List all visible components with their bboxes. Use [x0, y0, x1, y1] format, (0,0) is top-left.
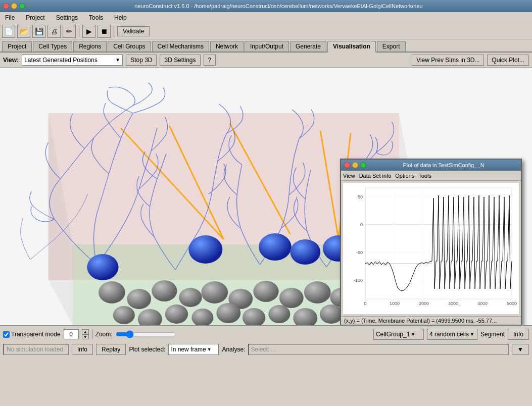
frame-arrow-icon: ▼: [207, 347, 212, 352]
tab-project[interactable]: Project: [2, 41, 32, 52]
menu-settings[interactable]: Settings: [53, 13, 81, 22]
sim-loaded-display: No simulation loaded: [3, 344, 69, 355]
view-prev-sims-button[interactable]: View Prev Sims in 3D...: [412, 55, 484, 66]
tab-input-output[interactable]: Input/Output: [245, 41, 289, 52]
menu-bar: File Project Settings Tools Help: [0, 12, 532, 23]
random-cells-dropdown[interactable]: 4 random cells ▼: [427, 329, 477, 340]
3d-settings-button[interactable]: 3D Settings: [160, 55, 200, 66]
transparent-mode-text: Transparent mode: [11, 331, 61, 338]
tab-network[interactable]: Network: [210, 41, 244, 52]
tab-generate[interactable]: Generate: [290, 41, 326, 52]
plot-selected-label: Plot selected:: [129, 346, 165, 353]
menu-tools[interactable]: Tools: [86, 13, 106, 22]
svg-point-22: [165, 304, 188, 324]
cell-group-arrow-icon: ▼: [411, 332, 415, 337]
toolbar-edit[interactable]: ✏: [63, 25, 76, 38]
toolbar-run[interactable]: ▶: [82, 25, 95, 38]
svg-point-10: [127, 289, 151, 309]
toolbar-new[interactable]: 📄: [2, 25, 15, 38]
toolbar-separator: [79, 25, 79, 37]
transparent-mode-checkbox[interactable]: [3, 331, 10, 338]
value-up-button[interactable]: ▲: [82, 329, 89, 334]
window-title: neuroConstruct v1.6.0 - /home/padraig/ne…: [28, 3, 529, 9]
view-dropdown[interactable]: Latest Generated Positions ▼: [22, 55, 123, 66]
analyse-placeholder: Select: ...: [251, 346, 276, 353]
toolbar-stop[interactable]: ⏹: [98, 25, 111, 38]
plot-menu-options[interactable]: Options: [395, 173, 414, 179]
validate-button[interactable]: Validate: [117, 26, 150, 36]
transparent-mode-label[interactable]: Transparent mode: [3, 331, 61, 338]
bottom-row-1: Transparent mode ▲ ▼ Zoom: CellGroup_1 ▼…: [3, 328, 529, 341]
cell-group-dropdown[interactable]: CellGroup_1 ▼: [373, 329, 424, 340]
plot-menu-dataset[interactable]: Data Set info: [359, 173, 392, 179]
chart-svg: 50 0 -50 -100 0 1000 2000: [343, 183, 519, 314]
plot-menu-bar: View Data Set info Options Tools: [341, 171, 521, 181]
menu-project[interactable]: Project: [23, 13, 47, 22]
tab-export[interactable]: Export: [377, 41, 406, 52]
svg-point-26: [268, 305, 290, 323]
svg-text:-100: -100: [354, 278, 363, 283]
tab-cell-types[interactable]: Cell Types: [33, 41, 72, 52]
svg-point-13: [201, 281, 228, 303]
window-controls[interactable]: [3, 3, 25, 9]
title-bar: neuroConstruct v1.6.0 - /home/padraig/ne…: [0, 0, 532, 12]
plot-minimize-button[interactable]: [352, 162, 358, 168]
svg-text:4000: 4000: [477, 301, 488, 306]
random-cells-arrow-icon: ▼: [470, 332, 474, 337]
svg-text:5000: 5000: [507, 301, 517, 306]
zoom-slider[interactable]: [116, 330, 176, 338]
analyse-select[interactable]: Select: ...: [248, 344, 509, 355]
toolbar-save[interactable]: 💾: [32, 25, 45, 38]
plot-menu-view[interactable]: View: [343, 173, 355, 179]
tab-visualisation[interactable]: Visualisation: [327, 41, 376, 53]
toolbar: 📄 📂 💾 🖨 ✏ ▶ ⏹ Validate: [0, 23, 532, 39]
svg-point-24: [216, 303, 240, 323]
svg-point-17: [304, 281, 331, 303]
svg-text:50: 50: [358, 194, 363, 199]
info-button-row1[interactable]: Info: [508, 329, 529, 340]
analyse-dropdown-btn[interactable]: ▼: [512, 344, 529, 355]
plot-window: Plot of data in TestSimConfig__N View Da…: [340, 159, 522, 325]
toolbar-open[interactable]: 📂: [17, 25, 30, 38]
svg-point-30: [87, 254, 118, 280]
svg-text:3000: 3000: [448, 301, 458, 306]
replay-button[interactable]: Replay: [96, 344, 126, 355]
svg-point-31: [188, 235, 222, 264]
plot-menu-tools[interactable]: Tools: [418, 173, 431, 179]
svg-point-16: [279, 288, 304, 308]
svg-point-9: [99, 281, 125, 303]
bottom-row-2: No simulation loaded Info Replay Plot se…: [3, 343, 529, 356]
svg-text:0: 0: [360, 222, 363, 227]
stop-3d-button[interactable]: Stop 3D: [126, 55, 157, 66]
transparency-value-input[interactable]: [64, 329, 79, 339]
svg-text:1000: 1000: [390, 301, 400, 306]
zoom-label: Zoom:: [95, 331, 113, 338]
svg-point-12: [179, 288, 202, 307]
svg-text:2000: 2000: [419, 301, 429, 306]
quick-plot-button[interactable]: Quick Plot...: [487, 55, 529, 66]
tab-cell-groups[interactable]: Cell Groups: [108, 41, 151, 52]
dropdown-arrow-icon: ▼: [115, 57, 120, 63]
menu-help[interactable]: Help: [111, 13, 130, 22]
plot-maximize-button[interactable]: [360, 162, 366, 168]
cell-group-text: CellGroup_1: [376, 331, 410, 338]
minimize-button[interactable]: [11, 3, 17, 9]
menu-file[interactable]: File: [2, 13, 18, 22]
tab-regions[interactable]: Regions: [73, 41, 107, 52]
maximize-button[interactable]: [19, 3, 25, 9]
frame-option-text: In new frame: [171, 346, 206, 353]
3d-viewport[interactable]: Plot of data in TestSimConfig__N View Da…: [0, 68, 532, 325]
frame-dropdown[interactable]: In new frame ▼: [168, 344, 219, 355]
tab-cell-mechanisms[interactable]: Cell Mechanisms: [152, 41, 209, 52]
svg-text:0: 0: [364, 301, 366, 306]
info-button-row2[interactable]: Info: [72, 344, 93, 355]
plot-area: 50 0 -50 -100 0 1000 2000: [343, 183, 519, 314]
close-button[interactable]: [3, 3, 9, 9]
toolbar-print[interactable]: 🖨: [47, 25, 61, 38]
bottom-controls: Transparent mode ▲ ▼ Zoom: CellGroup_1 ▼…: [0, 325, 532, 358]
help-button[interactable]: ?: [204, 55, 216, 66]
plot-window-controls[interactable]: [344, 162, 366, 168]
value-down-button[interactable]: ▼: [82, 334, 89, 339]
plot-close-button[interactable]: [344, 162, 350, 168]
svg-point-32: [259, 233, 292, 261]
